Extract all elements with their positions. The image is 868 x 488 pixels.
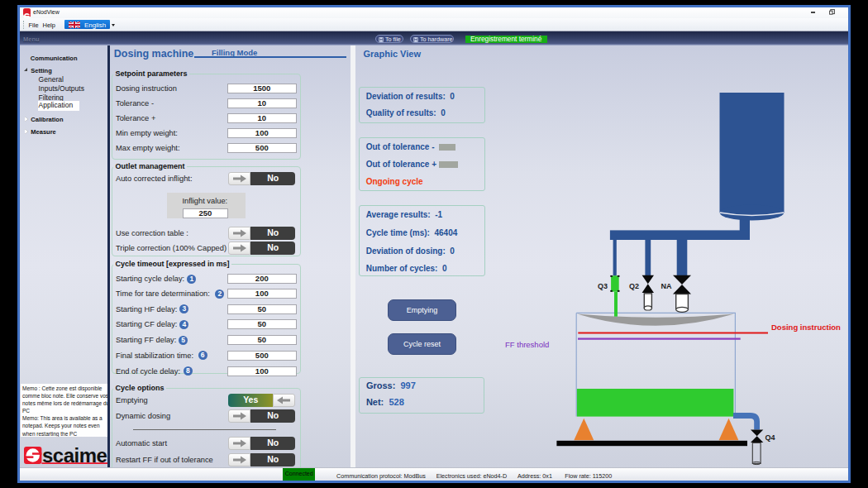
svg-text:Q4: Q4 [765,433,775,442]
svg-text:Q2: Q2 [629,282,639,290]
svg-text:Dosing instruction: Dosing instruction [771,323,841,332]
svg-text:Q3: Q3 [598,282,608,290]
svg-text:NA: NA [661,282,672,290]
svg-text:scaime: scaime [42,447,107,465]
